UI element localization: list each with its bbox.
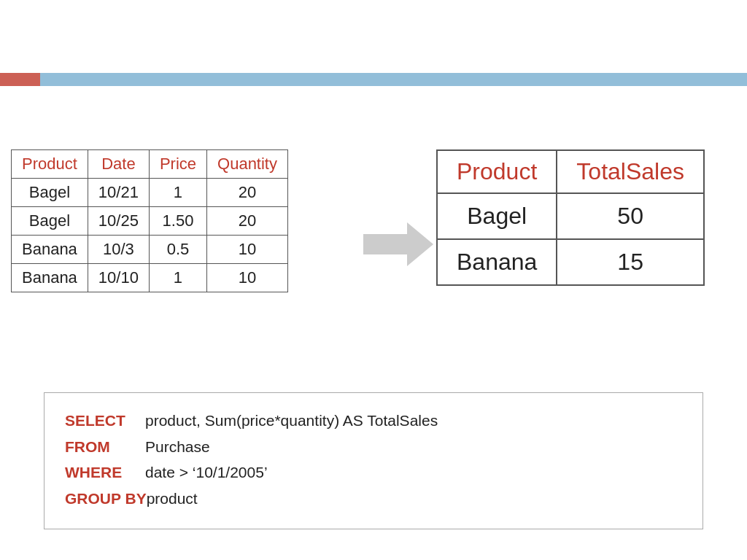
sql-line: WHERE date > ‘10/1/2005’	[65, 461, 682, 484]
sql-keyword: GROUP BY	[65, 487, 147, 510]
sql-text: product	[147, 487, 198, 510]
sql-text: Purchase	[145, 435, 210, 459]
table-cell: 15	[557, 239, 704, 285]
table-cell: 10/25	[88, 207, 149, 236]
right-result-table: Product TotalSales Bagel50Banana15	[436, 149, 705, 286]
table-row: Bagel50	[437, 193, 704, 239]
right-table-header-row: Product TotalSales	[437, 150, 704, 193]
table-row: Banana15	[437, 239, 704, 285]
top-bar-orange-segment	[0, 73, 40, 86]
table-cell: 10/21	[88, 179, 149, 207]
top-bar	[0, 73, 747, 86]
table-cell: 1	[149, 264, 206, 292]
left-col-quantity: Quantity	[207, 150, 288, 179]
arrow-container	[363, 222, 433, 266]
table-cell: 10/10	[88, 264, 149, 292]
table-cell: Banana	[12, 264, 88, 292]
sql-line: SELECT product, Sum(price*quantity) AS T…	[65, 409, 682, 432]
sql-code-box: SELECT product, Sum(price*quantity) AS T…	[44, 392, 703, 529]
sql-keyword: FROM	[65, 435, 145, 459]
table-row: Banana10/30.510	[12, 236, 288, 264]
arrow-head	[407, 222, 433, 266]
table-cell: 10	[207, 236, 288, 264]
left-data-table: Product Date Price Quantity Bagel10/2112…	[11, 149, 288, 292]
table-cell: 10	[207, 264, 288, 292]
left-col-price: Price	[149, 150, 206, 179]
sql-line: GROUP BY product	[65, 487, 682, 510]
table-cell: 0.5	[149, 236, 206, 264]
right-table-container: Product TotalSales Bagel50Banana15	[436, 149, 705, 286]
sql-line: FROM Purchase	[65, 435, 682, 459]
table-cell: 50	[557, 193, 704, 239]
table-cell: Banana	[12, 236, 88, 264]
left-col-product: Product	[12, 150, 88, 179]
table-row: Bagel10/21120	[12, 179, 288, 207]
sql-keyword: WHERE	[65, 461, 145, 484]
table-cell: 1	[149, 179, 206, 207]
right-col-product: Product	[437, 150, 557, 193]
table-cell: 1.50	[149, 207, 206, 236]
table-row: Banana10/10110	[12, 264, 288, 292]
table-cell: Bagel	[437, 193, 557, 239]
table-row: Bagel10/251.5020	[12, 207, 288, 236]
left-table-container: Product Date Price Quantity Bagel10/2112…	[11, 149, 288, 292]
table-cell: 10/3	[88, 236, 149, 264]
table-cell: Bagel	[12, 179, 88, 207]
arrow-body	[363, 234, 407, 254]
arrow-shape	[363, 222, 433, 266]
table-cell: 20	[207, 207, 288, 236]
right-col-totalsales: TotalSales	[557, 150, 704, 193]
table-cell: 20	[207, 179, 288, 207]
sql-text: date > ‘10/1/2005’	[145, 461, 268, 484]
table-cell: Banana	[437, 239, 557, 285]
sql-text: product, Sum(price*quantity) AS TotalSal…	[145, 409, 438, 432]
sql-keyword: SELECT	[65, 409, 145, 432]
left-col-date: Date	[88, 150, 149, 179]
left-table-header-row: Product Date Price Quantity	[12, 150, 288, 179]
top-bar-blue-segment	[40, 73, 747, 86]
table-cell: Bagel	[12, 207, 88, 236]
